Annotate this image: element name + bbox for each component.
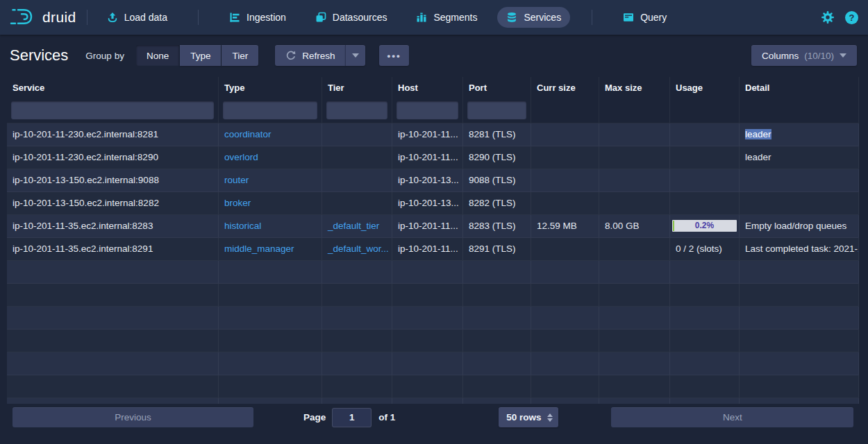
cell-service: [7, 261, 219, 283]
filter-cell-curr-size: [531, 98, 599, 123]
cell-service: ip-10-201-13-150.ec2.internal:9088: [7, 169, 219, 191]
columns-label: Columns: [762, 51, 799, 61]
cell-service: [7, 398, 219, 404]
cell-detail: Last completed task: 2021-1: [740, 238, 859, 260]
navbar-divider: [198, 10, 199, 25]
table-row: ip-10-201-11-35.ec2.internal:8291middle_…: [7, 238, 859, 261]
pagination-bar: Previous Page of 1 50 rows Next: [0, 407, 868, 427]
cell-usage: [670, 398, 740, 404]
cell-detail: [740, 261, 859, 283]
column-header-max-size[interactable]: Max size: [599, 77, 670, 98]
settings-gear-icon[interactable]: [821, 10, 835, 24]
cell-detail: [740, 169, 859, 191]
tier-link[interactable]: _default_tier: [322, 215, 392, 237]
cell-service: [7, 284, 219, 306]
filter-input-port[interactable]: [467, 101, 526, 119]
column-header-detail[interactable]: Detail: [740, 77, 859, 98]
nav-item-query[interactable]: Query: [614, 7, 676, 28]
cell-host: ip-10-201-11...: [392, 146, 463, 169]
filter-input-host[interactable]: [397, 101, 458, 119]
cell-max-size: [599, 261, 670, 283]
cell-max-size: [599, 146, 670, 169]
refresh-icon: [285, 50, 297, 61]
refresh-interval-caret-button[interactable]: [345, 45, 365, 66]
cell-curr-size: [531, 123, 599, 146]
group-by-type-button[interactable]: Type: [180, 45, 221, 66]
cell-host: [392, 261, 463, 283]
selected-text: leader: [745, 129, 771, 139]
type-link[interactable]: historical: [219, 215, 322, 237]
cell-port: [463, 352, 531, 375]
cell-host: ip-10-201-13...: [392, 169, 463, 191]
type-link[interactable]: router: [219, 169, 322, 191]
nav-item-label: Segments: [433, 12, 477, 23]
cell-host: [392, 330, 463, 352]
filter-cell-usage: [670, 98, 740, 123]
type-link[interactable]: overlord: [219, 146, 322, 169]
cell-curr-size: 12.59 MB: [531, 215, 599, 237]
next-page-button[interactable]: Next: [611, 407, 853, 427]
cell-service: [7, 352, 219, 375]
table-row-empty: [7, 398, 859, 404]
druid-brand[interactable]: druid: [10, 6, 76, 29]
navbar-divider: [592, 10, 592, 25]
cell-type: [219, 330, 322, 352]
filter-input-tier[interactable]: [326, 101, 387, 119]
columns-dropdown-button[interactable]: Columns (10/10): [751, 45, 857, 66]
cell-service: [7, 330, 219, 352]
filter-cell-type: [219, 98, 322, 123]
page-number-input[interactable]: [332, 408, 372, 427]
group-by-none-button[interactable]: None: [136, 45, 179, 66]
column-header-port[interactable]: Port: [463, 77, 531, 98]
column-header-tier[interactable]: Tier: [322, 77, 392, 98]
previous-page-button[interactable]: Previous: [12, 407, 253, 427]
tier-link[interactable]: _default_wor...: [322, 238, 392, 260]
type-link[interactable]: middle_manager: [219, 238, 322, 260]
cell-service: [7, 307, 219, 329]
cell-type: [219, 398, 322, 404]
rows-per-page-select[interactable]: 50 rows: [499, 407, 558, 427]
cell-max-size: [599, 284, 670, 306]
filter-cell-service: [7, 98, 219, 123]
column-header-type[interactable]: Type: [219, 77, 322, 98]
cell-curr-size: [531, 284, 599, 306]
upload-icon: [107, 12, 118, 23]
cell-host: [392, 307, 463, 329]
nav-item-services[interactable]: Services: [497, 7, 570, 28]
cell-port: 8283 (TLS): [463, 215, 531, 237]
cell-usage: [670, 284, 740, 306]
multi-select-icon: [315, 12, 326, 23]
brand-name: druid: [42, 9, 76, 26]
nav-item-segments[interactable]: Segments: [407, 7, 486, 28]
column-header-curr-size[interactable]: Curr size: [531, 77, 599, 98]
cell-detail: leader: [740, 146, 859, 169]
cell-usage: [670, 352, 740, 375]
filter-input-service[interactable]: [11, 101, 214, 119]
filter-input-type[interactable]: [223, 101, 317, 119]
table-row-empty: [7, 330, 859, 352]
more-actions-button[interactable]: •••: [379, 45, 408, 66]
group-by-tier-button[interactable]: Tier: [222, 45, 258, 66]
cell-port: [463, 398, 531, 404]
column-header-host[interactable]: Host: [392, 77, 463, 98]
navbar: druid Load data Ingestion: [0, 0, 868, 35]
refresh-button[interactable]: Refresh: [275, 45, 345, 66]
type-link[interactable]: coordinator: [219, 123, 322, 146]
cell-detail: [740, 284, 859, 306]
group-by-label: Group by: [85, 51, 124, 61]
chevron-down-icon: [352, 53, 359, 58]
column-header-usage[interactable]: Usage: [670, 77, 740, 98]
cell-tier: [322, 330, 392, 352]
nav-item-ingestion[interactable]: Ingestion: [220, 7, 295, 28]
usage-progress-bar: 0.2%: [672, 220, 737, 232]
usage-percent-label: 0.2%: [672, 220, 737, 232]
cell-curr-size: [531, 238, 599, 260]
cell-usage: 0.2%: [670, 215, 740, 237]
nav-item-datasources[interactable]: Datasources: [306, 7, 397, 28]
nav-item-load-data[interactable]: Load data: [98, 7, 176, 28]
type-link[interactable]: broker: [219, 192, 322, 214]
column-header-service[interactable]: Service: [7, 77, 219, 98]
cell-max-size: [599, 352, 670, 375]
help-icon[interactable]: ?: [845, 11, 858, 24]
table-row-empty: [7, 261, 859, 284]
